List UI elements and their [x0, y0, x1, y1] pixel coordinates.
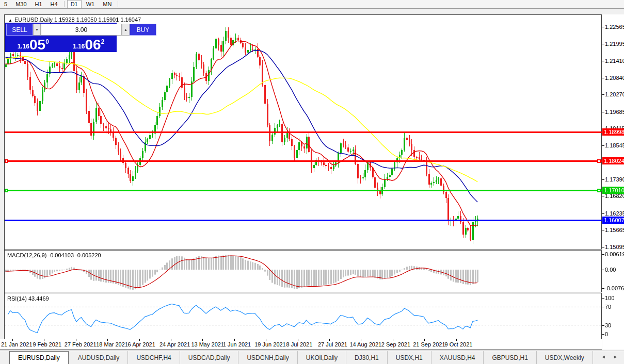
- date-axis-tick: [424, 339, 425, 341]
- rsi-axis-tick: [602, 307, 604, 307]
- price-axis-label: 1.20270: [605, 91, 624, 97]
- price-axis-tick: [602, 44, 604, 44]
- buy-price-small: 1.16: [73, 43, 85, 50]
- buy-price-display[interactable]: 1.16 06 2: [62, 37, 116, 52]
- tabbar-scroll-arrows-icon[interactable]: ◄ ►: [601, 354, 621, 359]
- macd-label: MACD(12,26,9) -0.004103 -0.005220: [7, 252, 101, 258]
- date-axis-tick: [329, 339, 330, 341]
- chart-tab-usdchf[interactable]: USDCHF,H4: [128, 351, 180, 364]
- rsi-axis-label: 0: [605, 331, 608, 337]
- price-axis-tick: [602, 179, 604, 180]
- chart-tab-ukoil[interactable]: UKOil,Daily: [298, 351, 346, 364]
- timeframe-button-h4[interactable]: H4: [47, 0, 61, 8]
- chart-tab-eurusd[interactable]: EURUSD,Daily: [9, 351, 69, 364]
- price-axis-tick: [602, 78, 604, 78]
- chart-tab-usdcad[interactable]: USDCAD,Daily: [180, 351, 239, 364]
- date-axis-tick: [12, 339, 13, 341]
- line-anchor-handle[interactable]: [5, 189, 8, 192]
- date-axis-label: 18 Mar 2021: [96, 341, 128, 348]
- tabbar-gutter: [0, 351, 9, 364]
- date-axis-label: 6 Apr 2021: [128, 341, 155, 348]
- rsi-axis-label: 70: [605, 304, 611, 310]
- chart-tab-usdx[interactable]: USDX,Weekly: [537, 351, 593, 364]
- price-axis-tick: [602, 145, 604, 146]
- horizontal-line-1.18998[interactable]: [5, 131, 602, 133]
- price-level-tag: 1.17010: [602, 187, 624, 194]
- rsi-axis-label: 100: [605, 295, 614, 301]
- macd-axis-tick: [602, 254, 604, 255]
- collapse-triangle-icon: ▲: [8, 18, 12, 23]
- line-anchor-handle[interactable]: [597, 189, 601, 192]
- timeframe-toolbar: 5M30H1H4D1W1MN: [0, 0, 624, 9]
- chart-tab-bar: EURUSD,DailyAUDUSD,DailyUSDCHF,H4USDCAD,…: [0, 351, 624, 364]
- rsi-label: RSI(14) 43.4469: [7, 295, 49, 302]
- timeframe-button-mn[interactable]: MN: [99, 0, 115, 8]
- macd-axis-tick: [602, 270, 604, 270]
- date-axis-tick: [298, 339, 298, 341]
- date-axis-tick: [234, 339, 235, 341]
- volume-decrease-button[interactable]: ▾: [33, 24, 41, 36]
- price-axis-tick: [602, 94, 604, 95]
- line-anchor-handle[interactable]: [597, 159, 601, 163]
- toolbar-separator: [64, 1, 65, 7]
- chart-title: ▲EURUSD,Daily 1.15928 1.16050 1.15901 1.…: [8, 16, 141, 23]
- chart-tab-usdx[interactable]: USDX,H1: [388, 351, 431, 364]
- chart-tab-xauusd[interactable]: XAUUSD,H4: [431, 351, 484, 364]
- price-axis-tick: [602, 230, 604, 230]
- timeframe-button-h1[interactable]: H1: [31, 0, 46, 8]
- date-axis-tick: [456, 339, 457, 341]
- rsi-axis-tick: [602, 325, 604, 326]
- timeframe-button-w1[interactable]: W1: [83, 0, 99, 8]
- horizontal-line-1.1701[interactable]: [5, 190, 602, 191]
- price-axis-label: 1.18545: [605, 142, 624, 148]
- price-axis-label: 1.22565: [605, 24, 624, 30]
- date-axis-tick: [266, 339, 266, 341]
- price-axis-tick: [602, 247, 604, 247]
- date-axis-tick: [44, 339, 44, 341]
- sell-price-sup: 0: [45, 38, 49, 45]
- horizontal-line-1.18024[interactable]: [5, 160, 602, 162]
- macd-axis-tick: [602, 288, 604, 289]
- sell-price-big: 05: [29, 38, 45, 52]
- date-axis-label: 27 Feb 2021: [65, 341, 97, 348]
- chart-title-ohlc: 1.15928 1.16050 1.15901 1.16047: [54, 16, 141, 23]
- rsi-axis-tick: [602, 334, 604, 335]
- timeframe-button-m30[interactable]: M30: [12, 0, 30, 8]
- date-axis-label: 21 Sep 2021: [413, 341, 445, 348]
- price-axis-label: 1.15095: [605, 244, 624, 250]
- chart-tab-gbpusd[interactable]: GBPUSD,H1: [484, 351, 536, 364]
- price-level-tag: 1.18024: [602, 157, 624, 164]
- date-axis-tick: [107, 339, 108, 341]
- macd-axis-label: -0.00762: [605, 285, 624, 291]
- date-axis-label: 1 Jun 2021: [223, 341, 251, 348]
- volume-input[interactable]: [41, 24, 122, 36]
- date-axis-label: 9 Oct 2021: [445, 341, 473, 348]
- macd-axis-label: 0.006193: [605, 251, 624, 257]
- buy-price-sup: 2: [101, 38, 105, 45]
- chart-tab-usdcnh[interactable]: USDCNH,Daily: [238, 351, 297, 364]
- date-axis-label: 14 Aug 2021: [349, 341, 381, 348]
- price-level-tag: 1.18998: [602, 128, 624, 136]
- date-axis-label: 8 Jul 2021: [286, 341, 313, 348]
- rsi-indicator-panel[interactable]: [5, 293, 602, 339]
- chart-tab-audusd[interactable]: AUDUSD,Daily: [70, 351, 129, 364]
- buy-button[interactable]: BUY: [130, 24, 156, 36]
- chart-title-symbol: EURUSD,Daily: [14, 16, 53, 23]
- sell-button[interactable]: SELL: [6, 24, 33, 36]
- line-anchor-handle[interactable]: [5, 159, 8, 163]
- price-axis-tick: [602, 196, 604, 196]
- price-axis-tick: [602, 27, 604, 27]
- date-axis-label: 9 Feb 2021: [33, 341, 61, 348]
- timeframe-button-5[interactable]: 5: [1, 0, 11, 8]
- price-axis-label: 1.20840: [605, 75, 624, 81]
- timeframe-button-d1[interactable]: D1: [67, 0, 82, 8]
- date-axis-tick: [393, 339, 393, 341]
- date-axis-tick: [361, 339, 361, 341]
- volume-increase-button[interactable]: ▴: [122, 24, 130, 36]
- price-axis-label: 1.19685: [605, 109, 624, 115]
- sell-price-display[interactable]: 1.16 05 0: [6, 37, 60, 52]
- horizontal-line-1.16007[interactable]: [5, 220, 602, 221]
- chart-tab-dj30[interactable]: DJ30,H1: [346, 351, 388, 364]
- rsi-axis-tick: [602, 298, 604, 299]
- date-axis-label: 24 Apr 2021: [159, 341, 190, 348]
